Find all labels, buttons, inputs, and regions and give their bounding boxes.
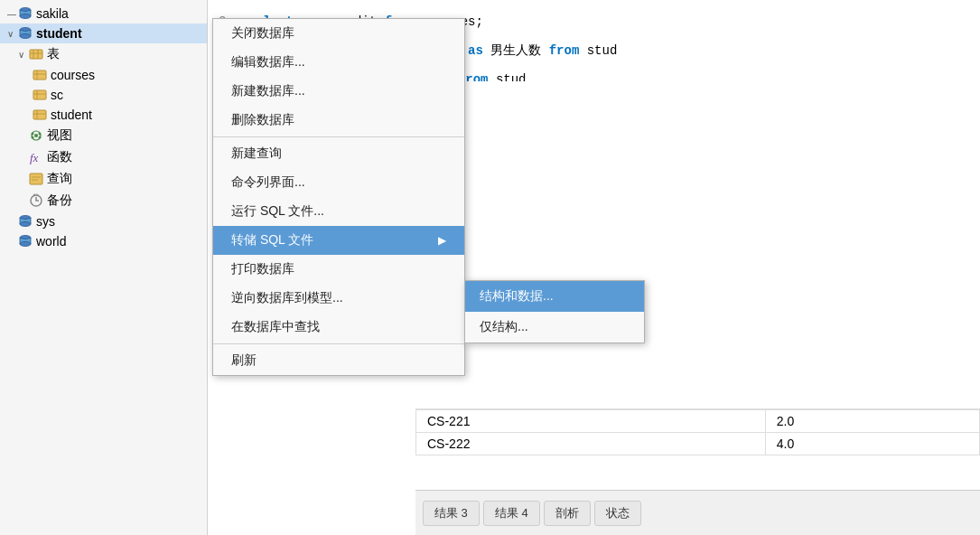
results-table: CS-221 2.0 CS-222 4.0 [415, 409, 980, 455]
submenu-arrow-icon: ▶ [438, 234, 446, 247]
tab-result4[interactable]: 结果 4 [483, 501, 540, 526]
menu-item-run-sql[interactable]: 运行 SQL 文件... [213, 197, 464, 226]
cell-cs221-val: 2.0 [765, 410, 979, 433]
svg-rect-15 [33, 110, 46, 119]
sidebar-label-sys: sys [36, 214, 55, 229]
menu-item-close-db[interactable]: 关闭数据库 [213, 19, 464, 48]
submenu-item-structure-only[interactable]: 仅结构... [465, 312, 644, 343]
svg-rect-5 [30, 50, 42, 59]
menu-item-find-in-db[interactable]: 在数据库中查找 [213, 313, 464, 342]
tab-status[interactable]: 状态 [594, 501, 641, 526]
svg-point-4 [20, 34, 31, 39]
sidebar-label-views: 视图 [47, 127, 72, 144]
tab-result3[interactable]: 结果 3 [423, 501, 480, 526]
menu-item-new-db[interactable]: 新建数据库... [213, 77, 464, 106]
menu-item-edit-db[interactable]: 编辑数据库... [213, 48, 464, 77]
sidebar-item-tables[interactable]: ∨ 表 [0, 43, 207, 65]
menu-label-reverse-model: 逆向数据库到模型... [231, 290, 343, 306]
menu-label-run-sql: 运行 SQL 文件... [231, 203, 324, 220]
svg-text:fx: fx [30, 151, 39, 164]
menu-item-command-line[interactable]: 命令列界面... [213, 168, 464, 197]
sidebar-item-functions[interactable]: fx 函数 [0, 146, 207, 168]
sidebar-item-sys[interactable]: sys [0, 211, 207, 231]
table-results: CS-221 2.0 CS-222 4.0 [415, 408, 980, 490]
sidebar-item-queries[interactable]: 查询 [0, 168, 207, 190]
cell-cs221-code: CS-221 [416, 410, 766, 433]
svg-point-23 [39, 136, 42, 139]
menu-label-edit-db: 编辑数据库... [231, 54, 305, 70]
chevron-tables-icon: ∨ [18, 50, 29, 60]
sidebar-item-backup[interactable]: 备份 [0, 190, 207, 211]
svg-point-32 [20, 242, 31, 247]
menu-label-delete-db: 删除数据库 [231, 112, 294, 128]
sidebar-item-courses[interactable]: courses [0, 65, 207, 85]
sidebar-label-world: world [36, 234, 66, 249]
menu-item-delete-db[interactable]: 删除数据库 [213, 106, 464, 135]
sidebar-item-sc[interactable]: sc [0, 85, 207, 105]
db-icon-world [18, 234, 33, 249]
sidebar-label-tables: 表 [47, 46, 60, 62]
sidebar-label-sakila: sakila [36, 6, 69, 21]
sidebar-label-student: student [36, 26, 82, 41]
submenu-item-structure-data[interactable]: 结构和数据... [465, 281, 644, 312]
table-icon-student-tbl [33, 108, 47, 122]
table-icon-courses [33, 68, 47, 82]
svg-point-30 [20, 222, 31, 227]
chevron-down-icon: ∨ [7, 29, 18, 39]
tab-profiling[interactable]: 剖析 [544, 501, 591, 526]
backup-icon [29, 193, 43, 208]
menu-label-new-query: 新建查询 [231, 145, 282, 162]
table-row: CS-221 2.0 [416, 410, 980, 433]
sidebar-item-student[interactable]: ∨ student [0, 23, 207, 43]
kw-from-2: from [549, 43, 580, 58]
chevron-icon: — [7, 9, 18, 19]
menu-item-refresh[interactable]: 刷新 [213, 346, 464, 375]
menu-label-new-db: 新建数据库... [231, 83, 305, 99]
sidebar-item-student-table[interactable]: student [0, 105, 207, 125]
sidebar-label-sc: sc [51, 88, 63, 102]
views-icon [29, 128, 43, 143]
menu-label-dump-sql: 转储 SQL 文件 [231, 232, 313, 249]
sidebar-item-views[interactable]: 视图 [0, 125, 207, 146]
sidebar-label-queries: 查询 [47, 171, 72, 187]
sql-table-3: stud [496, 72, 527, 81]
sidebar-label-backup: 备份 [47, 192, 72, 209]
sql-table-2: stud [587, 43, 618, 58]
sidebar-label-courses: courses [51, 68, 95, 82]
kw-as-1: as [468, 43, 483, 58]
table-row: CS-222 4.0 [416, 433, 980, 455]
menu-item-print-db[interactable]: 打印数据库 [213, 255, 464, 284]
db-icon-sys [18, 214, 33, 229]
svg-point-2 [20, 14, 31, 19]
svg-point-21 [39, 133, 42, 136]
menu-label-command-line: 命令列界面... [231, 174, 305, 191]
submenu-label-structure-only: 仅结构... [480, 319, 528, 333]
query-icon [29, 172, 43, 186]
sidebar-label-student-tbl: student [51, 108, 92, 122]
menu-item-new-query[interactable]: 新建查询 [213, 139, 464, 168]
menu-divider-2 [213, 343, 464, 344]
menu-item-dump-sql[interactable]: 转储 SQL 文件 ▶ [213, 226, 464, 255]
svg-point-22 [32, 136, 34, 139]
sidebar-item-sakila[interactable]: — sakila [0, 4, 207, 23]
submenu-label-structure-data: 结构和数据... [480, 288, 554, 303]
bottom-tabs-bar: 结果 3 结果 4 剖析 状态 [415, 490, 980, 535]
submenu: 结构和数据... 仅结构... [464, 280, 645, 343]
sidebar-item-world[interactable]: world [0, 231, 207, 251]
menu-label-close-db: 关闭数据库 [231, 25, 294, 42]
context-menu: 关闭数据库 编辑数据库... 新建数据库... 删除数据库 新建查询 命令列界面… [212, 18, 465, 376]
sidebar-label-functions: 函数 [47, 149, 72, 165]
svg-rect-12 [33, 90, 46, 99]
svg-rect-25 [30, 174, 42, 184]
svg-rect-9 [33, 70, 46, 80]
db-icon [18, 6, 33, 21]
function-icon: fx [29, 150, 43, 164]
menu-label-print-db: 打印数据库 [231, 261, 294, 277]
table-icon-sc [33, 88, 47, 102]
svg-point-20 [32, 133, 34, 136]
db-icon-student [18, 26, 33, 41]
sidebar: — sakila ∨ student ∨ [0, 0, 208, 535]
menu-item-reverse-model[interactable]: 逆向数据库到模型... [213, 284, 464, 313]
table-group-icon [29, 47, 43, 61]
svg-point-19 [34, 134, 38, 137]
